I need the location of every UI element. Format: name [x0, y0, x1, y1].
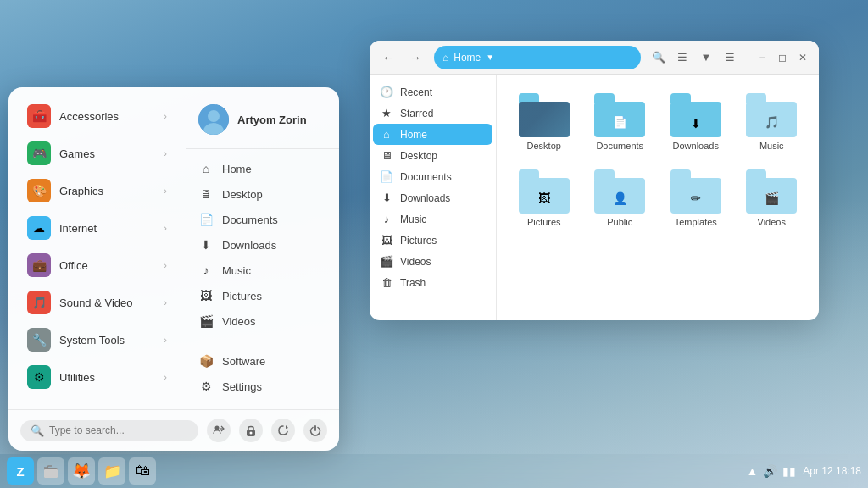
- system-tools-icon: 🔧: [27, 328, 51, 352]
- taskbar-firefox-button[interactable]: 🦊: [68, 458, 95, 485]
- folder-templates[interactable]: ✏ Templates: [662, 164, 730, 232]
- fm-location-dropdown-icon: ▼: [486, 53, 494, 62]
- folder-pictures[interactable]: 🖼 Pictures: [510, 164, 578, 232]
- utilities-icon: ⚙: [27, 365, 51, 389]
- accessories-icon: 🧰: [27, 104, 51, 128]
- desktop-icon: 🖥: [380, 149, 393, 162]
- documents-overlay-icon: 📄: [613, 115, 627, 129]
- user-desktop-icon: 🖥: [198, 187, 214, 201]
- user-header: Artyom Zorin: [186, 97, 339, 149]
- user-menu-desktop[interactable]: 🖥 Desktop: [186, 181, 339, 207]
- office-icon: 💼: [27, 253, 51, 277]
- fm-menu-button[interactable]: ☰: [719, 47, 741, 69]
- user-menu-music[interactable]: ♪ Music: [186, 258, 339, 283]
- folder-public-icon: 👤: [594, 169, 645, 214]
- user-menu-software[interactable]: 📦 Software: [186, 348, 339, 374]
- category-games-label: Games: [59, 147, 164, 160]
- category-internet[interactable]: ☁ Internet ›: [14, 209, 181, 247]
- category-graphics[interactable]: 🎨 Graphics ›: [14, 172, 181, 209]
- folder-templates-icon: ✏: [670, 169, 721, 214]
- zorin-logo-text: Z: [16, 464, 24, 479]
- folder-templates-label: Templates: [675, 217, 717, 227]
- fm-back-button[interactable]: ←: [376, 46, 400, 69]
- sound-video-icon: 🎵: [27, 291, 51, 314]
- fm-forward-button[interactable]: →: [403, 46, 427, 69]
- lock-icon: [246, 424, 256, 436]
- lock-button[interactable]: [239, 419, 263, 442]
- folder-public[interactable]: 👤 Public: [587, 164, 654, 232]
- documents-icon: 📄: [380, 170, 393, 183]
- user-pictures-icon: 🖼: [198, 289, 214, 302]
- category-games[interactable]: 🎮 Games ›: [14, 135, 181, 172]
- folder-downloads[interactable]: ⬇ Downloads: [662, 88, 730, 156]
- user-documents-icon: 📄: [198, 213, 214, 226]
- power-button[interactable]: [303, 419, 327, 442]
- music-overlay-icon: 🎵: [765, 115, 779, 129]
- user-home-icon: ⌂: [198, 162, 214, 175]
- taskbar-nemo-button[interactable]: 📁: [98, 458, 125, 485]
- category-system-tools[interactable]: 🔧 System Tools ›: [14, 321, 181, 358]
- taskbar-files-icon: [43, 463, 58, 479]
- refresh-icon: [277, 424, 289, 436]
- fm-location-bar[interactable]: ⌂ Home ▼: [434, 46, 641, 69]
- category-utilities[interactable]: ⚙ Utilities ›: [14, 358, 181, 396]
- fm-sidebar-label-home: Home: [400, 129, 427, 141]
- app-menu-categories: 🧰 Accessories › 🎮 Games › 🎨 Graphics › ☁…: [8, 87, 186, 409]
- user-menu-documents-label: Documents: [222, 214, 278, 226]
- fm-minimize-button[interactable]: −: [753, 48, 771, 67]
- user-menu-downloads-label: Downloads: [222, 239, 276, 252]
- taskbar-software-button[interactable]: 🛍: [129, 458, 156, 485]
- fm-maximize-button[interactable]: ◻: [773, 48, 792, 67]
- fm-search-button[interactable]: 🔍: [648, 47, 670, 69]
- zorin-menu-button[interactable]: Z: [7, 458, 34, 485]
- category-sound-video[interactable]: 🎵 Sound & Video ›: [14, 284, 181, 321]
- refresh-button[interactable]: [271, 419, 295, 442]
- category-system-label: System Tools: [59, 334, 164, 347]
- folder-videos-icon: 🎬: [746, 169, 797, 214]
- fm-view-dropdown-button[interactable]: ▼: [695, 47, 717, 69]
- graphics-icon: 🎨: [27, 179, 51, 202]
- folder-videos[interactable]: 🎬 Videos: [738, 164, 806, 232]
- category-office[interactable]: 💼 Office ›: [14, 247, 181, 284]
- user-menu-downloads[interactable]: ⬇ Downloads: [186, 232, 339, 258]
- fm-sidebar-item-videos[interactable]: 🎬 Videos: [373, 251, 492, 272]
- fm-sidebar-item-starred[interactable]: ★ Starred: [373, 103, 492, 124]
- fm-sidebar-item-home[interactable]: ⌂ Home: [373, 124, 492, 145]
- app-menu-main: 🧰 Accessories › 🎮 Games › 🎨 Graphics › ☁…: [8, 87, 339, 409]
- search-input[interactable]: [49, 424, 188, 436]
- folder-desktop[interactable]: Desktop: [510, 88, 578, 156]
- folder-music[interactable]: 🎵 Music: [738, 88, 806, 156]
- taskbar-files-button[interactable]: [37, 458, 64, 485]
- taskbar: Z 🦊 📁 🛍 ▲ 🔊 ▮▮ Apr 12 18:18: [0, 454, 868, 488]
- category-accessories[interactable]: 🧰 Accessories ›: [14, 97, 181, 135]
- fm-sidebar-item-desktop[interactable]: 🖥 Desktop: [373, 145, 492, 166]
- fm-sidebar-label-downloads: Downloads: [400, 192, 450, 204]
- category-sound-label: Sound & Video: [59, 297, 164, 309]
- fm-sidebar-item-recent[interactable]: 🕐 Recent: [373, 81, 492, 103]
- fm-sidebar-item-trash[interactable]: 🗑 Trash: [373, 272, 492, 293]
- user-menu-documents[interactable]: 📄 Documents: [186, 207, 339, 232]
- fm-close-button[interactable]: ✕: [793, 48, 812, 67]
- fm-view-list-button[interactable]: ☰: [671, 47, 693, 69]
- user-menu-home[interactable]: ⌂ Home: [186, 156, 339, 181]
- user-menu-home-label: Home: [222, 163, 252, 175]
- trash-icon: 🗑: [380, 276, 393, 289]
- fm-sidebar-item-pictures[interactable]: 🖼 Pictures: [373, 230, 492, 251]
- fm-sidebar-item-music[interactable]: ♪ Music: [373, 208, 492, 230]
- category-office-label: Office: [59, 259, 164, 272]
- starred-icon: ★: [380, 107, 393, 119]
- folder-documents[interactable]: 📄 Documents: [587, 88, 654, 156]
- music-icon: ♪: [380, 213, 393, 225]
- fm-toolbar: 🔍 ☰ ▼ ☰: [648, 47, 741, 69]
- pictures-icon: 🖼: [380, 234, 393, 247]
- user-menu-pictures[interactable]: 🖼 Pictures: [186, 283, 339, 308]
- app-search-bar[interactable]: 🔍: [20, 420, 198, 441]
- svg-rect-9: [44, 469, 58, 478]
- folder-music-label: Music: [760, 141, 784, 151]
- user-menu-videos[interactable]: 🎬 Videos: [186, 308, 339, 334]
- user-menu-settings[interactable]: ⚙ Settings: [186, 374, 339, 399]
- fm-sidebar-item-downloads[interactable]: ⬇ Downloads: [373, 187, 492, 208]
- fm-sidebar-item-documents[interactable]: 📄 Documents: [373, 166, 492, 187]
- fm-content: Desktop 📄 Documents ⬇: [497, 75, 819, 320]
- switch-user-button[interactable]: [207, 419, 231, 442]
